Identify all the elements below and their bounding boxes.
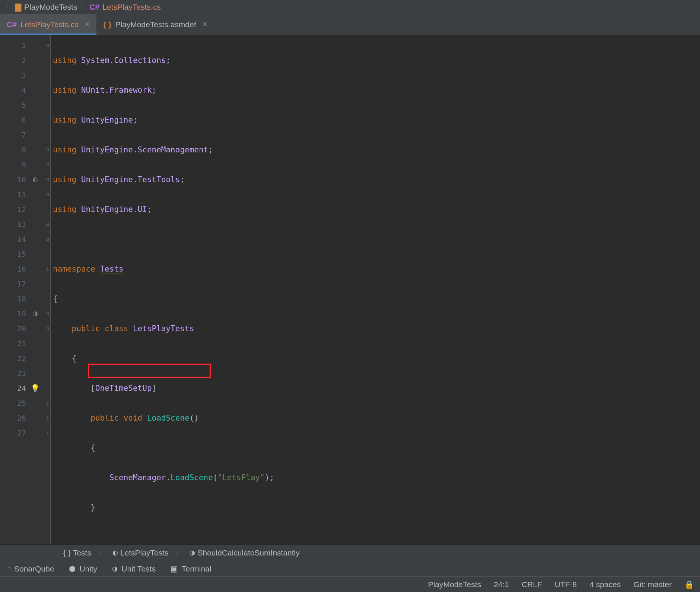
terminal-icon: ▣ bbox=[171, 564, 178, 573]
highlight-box bbox=[88, 364, 211, 378]
icon-gutter: ◐ ◑ 💡 bbox=[26, 35, 44, 544]
chevron-right-icon: 〉 bbox=[175, 548, 183, 558]
status-cursor-position[interactable]: 24:1 bbox=[494, 580, 509, 589]
chevron-right-icon: 〉 bbox=[79, 2, 87, 12]
toolwindow-unit-tests[interactable]: ◑ Unit Tests bbox=[112, 564, 156, 573]
line-number: 3 bbox=[0, 68, 26, 83]
line-number: 23 bbox=[0, 366, 26, 381]
line-number: 6 bbox=[0, 113, 26, 127]
line-number: 11 bbox=[0, 187, 26, 202]
code-area[interactable]: using System.Collections; using NUnit.Fr… bbox=[51, 35, 700, 544]
close-icon[interactable]: ✕ bbox=[202, 20, 207, 28]
fold-marker[interactable]: ⊟ bbox=[44, 187, 50, 202]
breadcrumb-folder-label: PlayModeTests bbox=[24, 3, 77, 12]
member-breadcrumb: { } Tests 〉 ◐ LetsPlayTests 〉 ◑ ShouldCa… bbox=[0, 544, 700, 561]
tab-label: PlayModeTests.asmdef bbox=[115, 20, 196, 29]
namespace-icon: { } bbox=[63, 548, 71, 557]
fold-marker[interactable]: ⊟ bbox=[44, 38, 50, 53]
line-number: 13 bbox=[0, 217, 26, 232]
line-number: 16 bbox=[0, 262, 26, 276]
top-breadcrumb: 〉 ▇ PlayModeTests 〉 C# LetsPlayTests.cs bbox=[0, 0, 700, 14]
toolwindow-sonarqube[interactable]: ◝ SonarQube bbox=[7, 564, 54, 573]
line-number: 20 bbox=[0, 321, 26, 336]
tab-label: LetsPlayTests.cs bbox=[20, 20, 79, 29]
line-number: 21 bbox=[0, 336, 26, 351]
line-number: 17 bbox=[0, 276, 26, 291]
line-number: 5 bbox=[0, 98, 26, 113]
sonarqube-icon: ◝ bbox=[7, 564, 10, 573]
class-icon: ◐ bbox=[112, 549, 118, 557]
toolwindow-unity[interactable]: ⬢ Unity bbox=[69, 564, 97, 573]
line-number: 4 bbox=[0, 83, 26, 98]
fold-marker[interactable]: ⊟ bbox=[44, 217, 50, 232]
line-number: 14 bbox=[0, 232, 26, 247]
line-number: 1 bbox=[0, 38, 26, 53]
fold-end[interactable]: ⊥ bbox=[44, 411, 50, 425]
unity-icon: ⬢ bbox=[69, 564, 76, 573]
fold-gutter: ⊟ ⊟ ⊟ ⊟ ⊟ ⊟ ⊟ ⊥ ⊟ ⊟ ⊥ ⊥ ⊥ bbox=[44, 35, 51, 544]
breadcrumb-namespace[interactable]: Tests bbox=[73, 548, 91, 557]
tests-icon: ◑ bbox=[112, 565, 118, 573]
usage-icon[interactable]: ◑ bbox=[26, 306, 44, 321]
fold-marker[interactable]: ⊟ bbox=[44, 142, 50, 157]
tab-bar: C# LetsPlayTests.cs ✕ { } PlayModeTests.… bbox=[0, 14, 700, 35]
editor: 1 2 3 4 5 6 7 8 9 10 11 12 13 14 15 16 1… bbox=[0, 35, 700, 544]
fold-marker[interactable]: ⊟ bbox=[44, 172, 50, 187]
line-number: 22 bbox=[0, 351, 26, 366]
fold-marker[interactable]: ⊟ bbox=[44, 306, 50, 321]
line-number: 24 bbox=[0, 381, 26, 396]
braces-icon: { } bbox=[103, 20, 111, 29]
chevron-right-icon: 〉 bbox=[5, 2, 13, 12]
line-number: 18 bbox=[0, 291, 26, 306]
lightbulb-icon[interactable]: 💡 bbox=[26, 381, 44, 396]
close-icon[interactable]: ✕ bbox=[85, 20, 90, 28]
tab-letsplaytests[interactable]: C# LetsPlayTests.cs ✕ bbox=[0, 14, 96, 35]
method-icon: ◑ bbox=[190, 549, 195, 557]
fold-end[interactable]: ⊥ bbox=[44, 425, 50, 440]
folder-icon: ▇ bbox=[15, 3, 21, 12]
chevron-right-icon: 〉 bbox=[98, 548, 106, 558]
breadcrumb-class[interactable]: LetsPlayTests bbox=[120, 548, 169, 557]
line-number: 12 bbox=[0, 202, 26, 217]
line-number: 10 bbox=[0, 172, 26, 187]
breadcrumb-file-label: LetsPlayTests.cs bbox=[102, 3, 160, 12]
line-number: 25 bbox=[0, 396, 26, 411]
fold-end[interactable]: ⊥ bbox=[44, 396, 50, 411]
line-number: 2 bbox=[0, 53, 26, 68]
lock-icon[interactable]: 🔒 bbox=[684, 580, 694, 589]
status-context[interactable]: PlayModeTests bbox=[428, 580, 481, 589]
fold-marker[interactable]: ⊟ bbox=[44, 321, 50, 336]
status-bar: PlayModeTests 24:1 CRLF UTF-8 4 spaces G… bbox=[0, 576, 700, 592]
tool-window-bar: ◝ SonarQube ⬢ Unity ◑ Unit Tests ▣ Termi… bbox=[0, 561, 700, 576]
status-indent[interactable]: 4 spaces bbox=[589, 580, 621, 589]
status-encoding[interactable]: UTF-8 bbox=[555, 580, 577, 589]
line-number: 7 bbox=[0, 127, 26, 142]
line-number-gutter: 1 2 3 4 5 6 7 8 9 10 11 12 13 14 15 16 1… bbox=[0, 35, 26, 544]
toolwindow-terminal[interactable]: ▣ Terminal bbox=[171, 564, 211, 573]
line-number: 26 bbox=[0, 411, 26, 425]
csharp-icon: C# bbox=[89, 3, 99, 12]
breadcrumb-folder[interactable]: ▇ PlayModeTests bbox=[15, 3, 77, 12]
breadcrumb-file[interactable]: C# LetsPlayTests.cs bbox=[89, 3, 160, 12]
usage-icon[interactable]: ◐ bbox=[26, 172, 44, 187]
csharp-icon: C# bbox=[7, 20, 17, 29]
status-git[interactable]: Git: master bbox=[633, 580, 672, 589]
line-number: 19 bbox=[0, 306, 26, 321]
fold-marker[interactable]: ⊟ bbox=[44, 232, 50, 247]
fold-marker[interactable]: ⊟ bbox=[44, 157, 50, 172]
line-number: 9 bbox=[0, 157, 26, 172]
line-number: 8 bbox=[0, 142, 26, 157]
line-number: 27 bbox=[0, 425, 26, 440]
breadcrumb-method[interactable]: ShouldCalculateSumInstantly bbox=[197, 548, 299, 557]
line-number: 15 bbox=[0, 247, 26, 262]
tab-playmodetests-asmdef[interactable]: { } PlayModeTests.asmdef ✕ bbox=[96, 14, 214, 35]
status-line-ending[interactable]: CRLF bbox=[522, 580, 542, 589]
fold-end[interactable]: ⊥ bbox=[44, 262, 50, 276]
